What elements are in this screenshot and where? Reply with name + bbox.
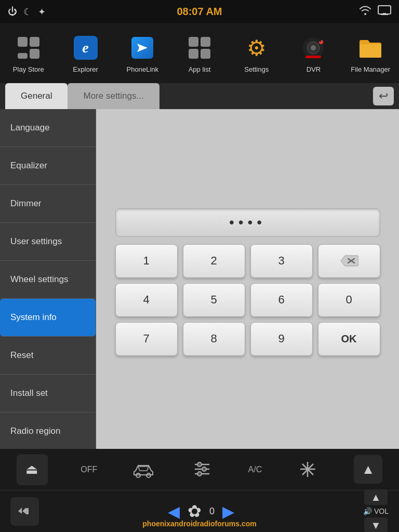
wifi-icon	[359, 6, 371, 18]
snowflake-icon	[295, 457, 321, 483]
vol-down-button[interactable]: ▼	[364, 517, 388, 532]
svg-rect-0	[378, 6, 391, 14]
key-4-button[interactable]: 4	[115, 283, 178, 317]
sidebar-item-radio-region[interactable]: Radio region	[0, 413, 96, 450]
svg-point-7	[311, 45, 316, 50]
brightness-icon[interactable]: ✦	[38, 6, 46, 18]
settings-icon: ⚙	[242, 34, 271, 62]
tab-more-settings[interactable]: More settings...	[68, 83, 159, 109]
explorer-icon: e	[71, 34, 100, 62]
app-item-app-list[interactable]: App list	[171, 23, 228, 83]
car-icon	[130, 457, 156, 483]
app-bar: Play Store e Explorer PhoneLink App list	[0, 23, 399, 83]
display-icon	[378, 5, 391, 18]
svg-point-17	[197, 472, 202, 476]
key-delete-button[interactable]	[318, 244, 380, 278]
status-time: 08:07 AM	[177, 6, 222, 18]
forum-url: phoenixandroidradioforums.com	[142, 520, 256, 528]
svg-point-22	[306, 468, 309, 471]
app-item-settings[interactable]: ⚙ Settings	[228, 23, 285, 83]
prev-track-button[interactable]: ◀	[168, 502, 180, 521]
sidebar-item-system-info[interactable]: System info	[0, 299, 96, 337]
dvr-icon	[299, 34, 328, 62]
pin-display: ••••	[115, 208, 380, 237]
app-label-phonelink: PhoneLink	[127, 65, 158, 73]
svg-rect-2	[383, 13, 386, 15]
key-9-button[interactable]: 9	[250, 322, 313, 356]
app-item-phonelink[interactable]: PhoneLink	[114, 23, 171, 83]
app-label-play-store: Play Store	[13, 65, 44, 73]
key-2-button[interactable]: 2	[183, 244, 245, 278]
volume-controls: ▲ 🔊 VOL ▼	[363, 489, 389, 532]
svg-rect-10	[319, 40, 321, 42]
key-ok-button[interactable]: OK	[318, 322, 380, 356]
back-home-button[interactable]	[10, 497, 39, 526]
settings-bottom-icon	[189, 457, 215, 483]
key-8-button[interactable]: 8	[183, 322, 245, 356]
svg-rect-8	[305, 56, 321, 58]
app-item-file-manager[interactable]: File Manager	[342, 23, 399, 83]
bottom-bar: ⏏ OFF A/C	[0, 449, 399, 532]
svg-point-16	[202, 467, 206, 471]
next-track-button[interactable]: ▶	[222, 502, 234, 521]
app-list-icon	[185, 34, 214, 62]
nav-up-button[interactable]: ▲	[354, 455, 382, 484]
app-label-dvr: DVR	[307, 65, 321, 73]
sidebar-item-reset[interactable]: Reset	[0, 337, 96, 375]
pin-area: •••• 1 2 3	[96, 109, 399, 455]
key-6-button[interactable]: 6	[250, 283, 313, 317]
media-controls: ◀ ✿ 0 ▶	[168, 501, 234, 521]
bottom-controls-top: ⏏ OFF A/C	[0, 449, 399, 490]
app-label-file-manager: File Manager	[351, 65, 390, 73]
sidebar: Language Equalizer Dimmer User settings …	[0, 109, 96, 455]
svg-rect-23	[26, 508, 29, 514]
key-5-button[interactable]: 5	[183, 283, 245, 317]
content-area: Language Equalizer Dimmer User settings …	[0, 109, 399, 455]
sidebar-item-install-set[interactable]: Install set	[0, 375, 96, 413]
sidebar-item-user-settings[interactable]: User settings	[0, 223, 96, 261]
svg-point-15	[197, 462, 202, 467]
app-label-settings: Settings	[244, 65, 269, 73]
status-bar: ⏻ ☾ ✦ 08:07 AM	[0, 0, 399, 23]
sidebar-item-equalizer[interactable]: Equalizer	[0, 147, 96, 185]
vol-label: 🔊 VOL	[363, 507, 389, 515]
sidebar-item-language[interactable]: Language	[0, 109, 96, 147]
main-content: General More settings... ↩ Language Equa…	[0, 83, 399, 455]
app-label-app-list: App list	[189, 65, 211, 73]
app-item-dvr[interactable]: DVR	[285, 23, 342, 83]
app-label-explorer: Explorer	[73, 65, 98, 73]
vol-up-button[interactable]: ▲	[364, 489, 388, 505]
fan-icon: ✿	[188, 501, 202, 521]
key-3-button[interactable]: 3	[250, 244, 313, 278]
sidebar-item-dimmer[interactable]: Dimmer	[0, 185, 96, 223]
app-item-explorer[interactable]: e Explorer	[57, 23, 114, 83]
play-store-icon	[14, 34, 43, 62]
key-7-button[interactable]: 7	[115, 322, 178, 356]
file-manager-icon	[356, 34, 385, 62]
ac-label: A/C	[248, 465, 262, 474]
tab-general[interactable]: General	[5, 83, 68, 109]
moon-icon[interactable]: ☾	[23, 6, 32, 18]
app-item-play-store[interactable]: Play Store	[0, 23, 57, 83]
sidebar-item-wheel-settings[interactable]: Wheel settings	[0, 261, 96, 299]
phonelink-icon	[128, 34, 157, 62]
back-button[interactable]: ↩	[373, 87, 394, 105]
key-1-button[interactable]: 1	[115, 244, 178, 278]
keypad: 1 2 3 4 5	[115, 244, 380, 356]
key-0-button[interactable]: 0	[318, 283, 380, 317]
tabs-row: General More settings... ↩	[0, 83, 399, 109]
eject-button[interactable]: ⏏	[17, 454, 48, 485]
power-icon[interactable]: ⏻	[8, 6, 17, 17]
off-label: OFF	[81, 465, 97, 474]
track-number: 0	[209, 506, 215, 517]
